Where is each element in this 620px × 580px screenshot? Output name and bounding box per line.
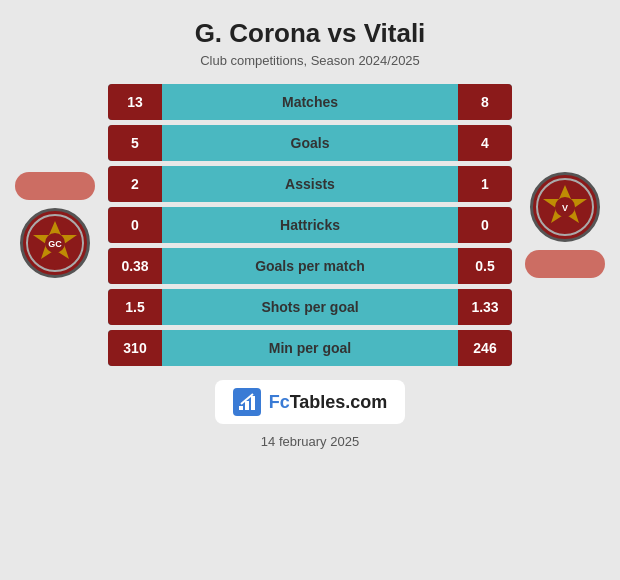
stat-left-goals-per-match: 0.38 (108, 248, 162, 284)
svg-rect-9 (245, 401, 249, 410)
stat-left-hattricks: 0 (108, 207, 162, 243)
stat-left-goals: 5 (108, 125, 162, 161)
stat-label-goals: Goals (162, 135, 458, 151)
stat-label-matches: Matches (162, 94, 458, 110)
left-team-pill (15, 172, 95, 200)
stat-row-min-per-goal: 310 Min per goal 246 (108, 330, 512, 366)
fctables-rest: Tables.com (290, 392, 388, 412)
left-team-emblem: GC (20, 208, 90, 278)
stat-right-min-per-goal: 246 (458, 330, 512, 366)
stat-left-matches: 13 (108, 84, 162, 120)
stat-right-matches: 8 (458, 84, 512, 120)
main-content: GC 13 Matches 8 5 Goals 4 2 Assists 1 0 … (0, 74, 620, 366)
stat-left-shots-per-goal: 1.5 (108, 289, 162, 325)
stat-left-min-per-goal: 310 (108, 330, 162, 366)
stat-row-assists: 2 Assists 1 (108, 166, 512, 202)
fctables-icon (233, 388, 261, 416)
right-team: V (520, 172, 610, 278)
header: G. Corona vs Vitali Club competitions, S… (185, 0, 436, 74)
left-team: GC (10, 172, 100, 278)
right-team-pill (525, 250, 605, 278)
stat-right-goals-per-match: 0.5 (458, 248, 512, 284)
stat-right-hattricks: 0 (458, 207, 512, 243)
stats-table: 13 Matches 8 5 Goals 4 2 Assists 1 0 Hat… (100, 84, 520, 366)
date-footer: 14 february 2025 (261, 434, 359, 449)
stat-label-goals-per-match: Goals per match (162, 258, 458, 274)
svg-text:V: V (562, 203, 568, 213)
logo-section: FcTables.com (215, 380, 406, 424)
stat-left-assists: 2 (108, 166, 162, 202)
stat-right-shots-per-goal: 1.33 (458, 289, 512, 325)
svg-rect-10 (251, 396, 255, 410)
stat-row-goals: 5 Goals 4 (108, 125, 512, 161)
stat-row-shots-per-goal: 1.5 Shots per goal 1.33 (108, 289, 512, 325)
svg-rect-8 (239, 406, 243, 410)
fctables-brand: Fc (269, 392, 290, 412)
stat-row-hattricks: 0 Hattricks 0 (108, 207, 512, 243)
svg-text:GC: GC (48, 239, 62, 249)
match-subtitle: Club competitions, Season 2024/2025 (195, 53, 426, 68)
match-title: G. Corona vs Vitali (195, 18, 426, 49)
right-team-emblem: V (530, 172, 600, 242)
stat-right-assists: 1 (458, 166, 512, 202)
stat-label-shots-per-goal: Shots per goal (162, 299, 458, 315)
stat-row-goals-per-match: 0.38 Goals per match 0.5 (108, 248, 512, 284)
stat-right-goals: 4 (458, 125, 512, 161)
stat-label-assists: Assists (162, 176, 458, 192)
stat-label-min-per-goal: Min per goal (162, 340, 458, 356)
stat-row-matches: 13 Matches 8 (108, 84, 512, 120)
stat-label-hattricks: Hattricks (162, 217, 458, 233)
fctables-logo: FcTables.com (215, 380, 406, 424)
fctables-text: FcTables.com (269, 392, 388, 413)
